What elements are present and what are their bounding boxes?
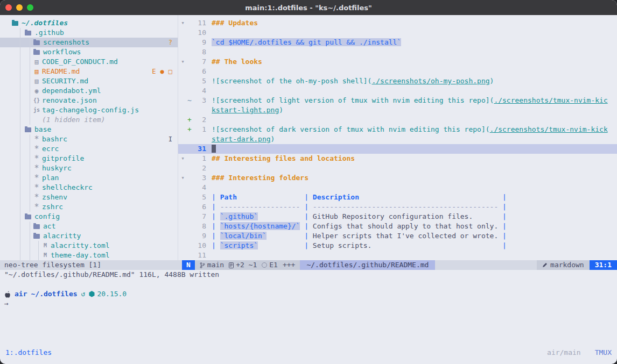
git-sign (186, 222, 193, 231)
tree-item-tag-changelog-config-js[interactable]: jstag-changelog-config.js (0, 105, 178, 115)
editor-line-3[interactable]: ▾3### Interesting folders (178, 173, 617, 183)
editor-line-11[interactable]: ▾11### Updates (178, 18, 617, 28)
editor-line-wrap[interactable]: start-dark.png) (178, 134, 617, 144)
editor-line-2[interactable]: 2 (178, 163, 617, 173)
tree-item-theme-day-toml[interactable]: Mtheme-day.toml (0, 251, 178, 260)
close-button[interactable] (5, 4, 12, 11)
fold-marker[interactable]: ▾ (179, 57, 186, 67)
tree-item-zshenv[interactable]: *zshenv (0, 192, 178, 202)
editor-line-9[interactable]: 9| `local/bin` | Helper scripts that I'v… (178, 231, 617, 241)
editor-line-4[interactable]: 4 (178, 86, 617, 96)
tree-item-alacritty-toml[interactable]: Malacritty.toml (0, 241, 178, 251)
table-pipe: | (212, 212, 220, 220)
tree-item-shellcheckrc[interactable]: *shellcheckrc (0, 183, 178, 192)
editor-line-3[interactable]: ~3![screenshot of light version of tmux … (178, 96, 617, 105)
editor-line-7[interactable]: 7| `.github` | GitHub Repository configu… (178, 212, 617, 222)
editor-line-5[interactable]: 5![screenshot of the oh-my-posh shell](.… (178, 76, 617, 86)
tmux-window-tab[interactable]: 1:.dotfiles (5, 348, 52, 358)
tree-item-dependabot-yml[interactable]: ◉dependabot.yml (0, 86, 178, 96)
tree-item-code-of-conduct-md[interactable]: ▤CODE_OF_CONDUCT.md (0, 57, 178, 67)
terminal-window: main:1:.dotfiles - "ks~/.dotfiles" ~/.do… (0, 0, 617, 364)
line-text (206, 67, 212, 76)
tree-item-bashrc[interactable]: *bashrcI (0, 134, 178, 144)
gutter (178, 134, 206, 144)
fold-marker (179, 115, 186, 125)
md-inline-code: `cd $HOME/.dotfiles && git pull && ./ins… (212, 38, 401, 46)
editor-line-10[interactable]: 10| `scripts` | Setup scripts. | (178, 241, 617, 251)
tree-item-renovate-json[interactable]: {}renovate.json (0, 96, 178, 105)
tmux-session: air/main (547, 348, 581, 358)
editor-line-10[interactable]: 10 (178, 28, 617, 38)
line-text (206, 28, 212, 38)
md-link-text: ) (490, 77, 494, 85)
editor-line-6[interactable]: 6| ------------------- | ---------------… (178, 202, 617, 212)
tree-item-act[interactable]: act (0, 222, 178, 231)
editor-line-1[interactable]: ▾1## Interesting files and locations (178, 154, 617, 163)
tree-item-ecrc[interactable]: *ecrc (0, 144, 178, 154)
fold-marker (179, 222, 186, 231)
git-sign (186, 154, 193, 163)
shell-icon: * (32, 183, 41, 192)
tree-item-badges: I (169, 134, 172, 144)
branch-icon (200, 262, 205, 268)
shell-icon: * (32, 163, 41, 173)
git-sign (186, 134, 193, 144)
git-sign (186, 202, 193, 212)
git-sign (186, 105, 193, 115)
extra-flags: +++ (283, 260, 295, 270)
tree-item-label: alacritty.toml (51, 241, 110, 251)
tree-item-screenshots[interactable]: screenshots? (0, 38, 178, 47)
git-sign (186, 86, 193, 96)
tree-item-huskyrc[interactable]: *huskyrc (0, 163, 178, 173)
editor-line-wrap[interactable]: kstart-light.png) (178, 105, 617, 115)
editor-line-5[interactable]: 5| Path | Description | (178, 192, 617, 202)
editor-line-11[interactable]: 11 (178, 251, 617, 260)
gutter: ~3 (178, 96, 206, 105)
tree-item-badges: ? (169, 38, 172, 47)
editor-line-1[interactable]: +1![screenshot of dark version of tmux w… (178, 125, 617, 134)
tree-item-1-hidden-item[interactable]: (1 hidden item) (0, 115, 178, 125)
tree-item-label: .github (34, 28, 64, 38)
tree-item-config[interactable]: config (0, 212, 178, 222)
editor-line-2[interactable]: +2 (178, 115, 617, 125)
line-number: 3 (193, 96, 206, 105)
tree-item-zshrc[interactable]: *zshrc (0, 202, 178, 212)
editor-line-31[interactable]: 31 (178, 144, 617, 154)
git-sign (186, 18, 193, 28)
tree-item-security-md[interactable]: ▤SECURITY.md (0, 76, 178, 86)
md-link-url: ./screenshots/oh-my-posh.png (371, 77, 489, 85)
fold-marker (179, 192, 186, 202)
line-text: start-dark.png) (206, 134, 275, 144)
tree-item-plan[interactable]: *plan (0, 173, 178, 183)
editor-line-8[interactable]: 8 (178, 47, 617, 57)
table-pipe: | (502, 203, 507, 211)
tree-item-gitprofile[interactable]: *gitprofile (0, 154, 178, 163)
line-number (193, 134, 206, 144)
minimize-button[interactable] (16, 4, 23, 11)
editor-line-8[interactable]: 8| `hosts/{hostname}/` | Configs that sh… (178, 222, 617, 231)
tree-item-label: alacritty (43, 231, 81, 241)
tree-item-workflows[interactable]: workflows (0, 47, 178, 57)
fold-marker[interactable]: ▾ (179, 18, 186, 28)
editor-line-6[interactable]: 6 (178, 67, 617, 76)
tree-item-alacritty[interactable]: alacritty (0, 231, 178, 241)
fold-marker[interactable]: ▾ (179, 173, 186, 183)
git-sign: + (186, 115, 193, 125)
git-sign (186, 251, 193, 260)
tree-item-dotfiles[interactable]: ~/.dotfiles (0, 18, 178, 28)
fold-marker (179, 105, 186, 115)
tree-item-readme-md[interactable]: ▤README.mdE●□ (0, 67, 178, 76)
zoom-button[interactable] (27, 4, 33, 11)
tree-item-base[interactable]: base (0, 125, 178, 134)
md-link-url: kstart-light.png (212, 106, 279, 114)
editor-line-7[interactable]: ▾7## The looks (178, 57, 617, 67)
tree-item-github[interactable]: .github (0, 28, 178, 38)
fold-marker[interactable]: ▾ (179, 154, 186, 163)
dependabot-icon: ◉ (32, 86, 41, 96)
gutter: 8 (178, 222, 206, 231)
vim-message: "~/.dotfiles/.github/README.md" 116L, 44… (0, 270, 617, 280)
prompt-arrow: → (4, 299, 127, 309)
editor-line-9[interactable]: 9`cd $HOME/.dotfiles && git pull && ./in… (178, 38, 617, 47)
table-pipe: | (212, 203, 220, 211)
editor-line-4[interactable]: 4 (178, 183, 617, 192)
